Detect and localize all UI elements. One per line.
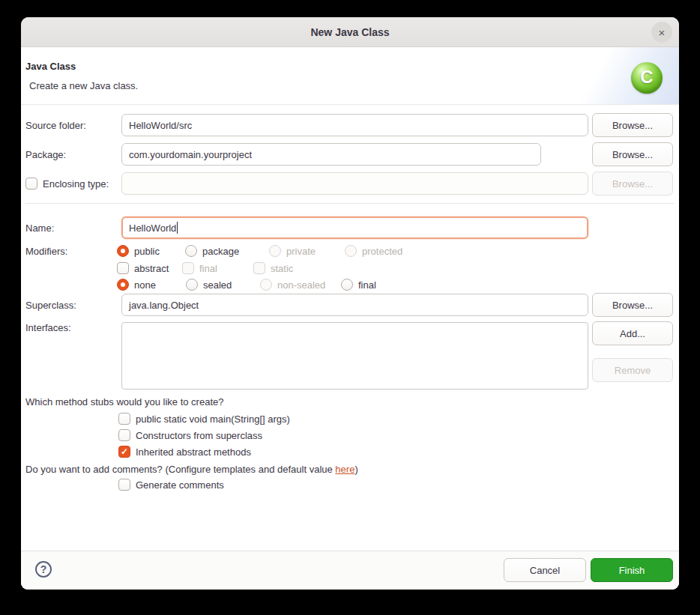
- radio-icon: [117, 245, 129, 257]
- enclosing-type-browse-button: Browse...: [592, 172, 673, 196]
- java-class-icon-letter: C: [640, 68, 653, 86]
- modifier-final-label: final: [199, 263, 217, 274]
- comments-question-prefix: Do you want to add comments? (Configure …: [25, 464, 335, 475]
- page-subtitle: Create a new Java class.: [29, 80, 138, 91]
- page-title: Java Class: [25, 61, 76, 72]
- generate-comments-label: Generate comments: [136, 479, 224, 491]
- modifier-static-checkbox: static: [253, 261, 293, 275]
- finish-button[interactable]: Finish: [591, 558, 673, 582]
- sealing-final-radio[interactable]: final: [341, 278, 376, 291]
- modifier-abstract-checkbox[interactable]: abstract: [117, 261, 169, 275]
- method-stubs-question: Which method stubs would you like to cre…: [25, 396, 223, 408]
- superclass-browse-button[interactable]: Browse...: [592, 293, 673, 317]
- radio-icon: [269, 245, 281, 257]
- close-glyph: ×: [659, 26, 666, 39]
- radio-icon: [186, 279, 198, 291]
- modifier-private-radio: private: [269, 244, 316, 258]
- package-value: com.yourdomain.yourproject: [129, 149, 252, 160]
- checkbox-icon: [118, 446, 130, 458]
- sealing-final-label: final: [358, 279, 376, 291]
- window-title: New Java Class: [310, 26, 389, 38]
- source-folder-value: HelloWorld/src: [129, 120, 192, 131]
- new-java-class-dialog: New Java Class × Java Class Create a new…: [21, 17, 679, 590]
- help-icon[interactable]: ?: [35, 561, 52, 578]
- enclosing-type-checkbox[interactable]: Enclosing type:: [25, 177, 109, 190]
- modifier-final-checkbox: final: [182, 261, 217, 275]
- modifier-static-label: static: [271, 263, 293, 274]
- comments-question-suffix: ): [354, 464, 357, 475]
- superclass-input[interactable]: java.lang.Object: [121, 294, 588, 316]
- checkbox-icon: [118, 429, 130, 441]
- stub-constructors-label: Constructors from superclass: [136, 430, 262, 441]
- interfaces-label: Interfaces:: [25, 320, 71, 335]
- modifier-private-label: private: [286, 246, 316, 257]
- comments-question: Do you want to add comments? (Configure …: [25, 464, 358, 475]
- superclass-value: java.lang.Object: [129, 300, 199, 311]
- enclosing-type-input: [121, 172, 588, 195]
- radio-icon: [260, 279, 272, 291]
- stub-inherited-checkbox[interactable]: Inherited abstract methods: [118, 445, 251, 458]
- name-input[interactable]: HelloWorld: [121, 216, 588, 239]
- section-separator: [25, 203, 674, 204]
- modifier-protected-label: protected: [362, 246, 402, 257]
- help-glyph: ?: [40, 563, 47, 575]
- stub-inherited-label: Inherited abstract methods: [136, 446, 251, 458]
- stub-main-checkbox[interactable]: public static void main(String[] args): [118, 412, 290, 425]
- modifier-abstract-label: abstract: [134, 263, 169, 274]
- name-label: Name:: [25, 216, 54, 239]
- modifier-package-label: package: [202, 246, 239, 257]
- text-caret: [177, 222, 178, 234]
- sealing-sealed-radio[interactable]: sealed: [186, 278, 232, 291]
- sealing-none-label: none: [134, 279, 156, 291]
- stub-main-label: public static void main(String[] args): [136, 413, 290, 425]
- modifier-package-radio[interactable]: package: [185, 244, 239, 258]
- enclosing-type-label: Enclosing type:: [43, 178, 109, 190]
- wizard-header: Java Class Create a new Java class. C: [21, 47, 679, 105]
- package-input[interactable]: com.yourdomain.yourproject: [121, 143, 541, 166]
- name-value: HelloWorld: [129, 222, 176, 234]
- source-folder-browse-button[interactable]: Browse...: [592, 113, 673, 137]
- configure-templates-link[interactable]: here: [335, 464, 354, 475]
- sealing-non-sealed-radio: non-sealed: [260, 278, 325, 291]
- interfaces-remove-button: Remove: [592, 358, 673, 382]
- superclass-label: Superclass:: [25, 294, 76, 316]
- checkbox-icon: [253, 262, 265, 274]
- modifiers-label: Modifiers:: [25, 240, 67, 262]
- titlebar[interactable]: New Java Class ×: [21, 17, 679, 47]
- interfaces-list[interactable]: [121, 322, 588, 390]
- checkbox-icon: [117, 262, 129, 274]
- sealing-none-radio[interactable]: none: [117, 278, 156, 291]
- modifier-public-label: public: [134, 246, 160, 257]
- modifier-protected-radio: protected: [345, 244, 402, 258]
- java-class-icon: C: [631, 62, 663, 94]
- checkbox-icon: [118, 413, 130, 425]
- source-folder-input[interactable]: HelloWorld/src: [121, 114, 588, 136]
- sealing-non-sealed-label: non-sealed: [277, 279, 325, 291]
- checkbox-icon: [118, 479, 130, 491]
- sealing-sealed-label: sealed: [203, 279, 232, 291]
- generate-comments-checkbox[interactable]: Generate comments: [118, 478, 224, 491]
- checkbox-icon: [25, 178, 37, 190]
- cancel-button[interactable]: Cancel: [504, 558, 586, 582]
- radio-icon: [185, 245, 197, 257]
- modifier-public-radio[interactable]: public: [117, 244, 160, 258]
- package-browse-button[interactable]: Browse...: [592, 142, 673, 166]
- radio-icon: [117, 279, 129, 291]
- source-folder-label: Source folder:: [25, 114, 86, 136]
- interfaces-add-button[interactable]: Add...: [592, 321, 673, 345]
- stub-constructors-checkbox[interactable]: Constructors from superclass: [118, 428, 262, 442]
- radio-icon: [345, 245, 357, 257]
- checkbox-icon: [182, 262, 194, 274]
- radio-icon: [341, 279, 353, 291]
- package-label: Package:: [25, 143, 66, 166]
- button-bar: ? Cancel Finish: [21, 551, 679, 590]
- close-icon[interactable]: ×: [651, 22, 672, 43]
